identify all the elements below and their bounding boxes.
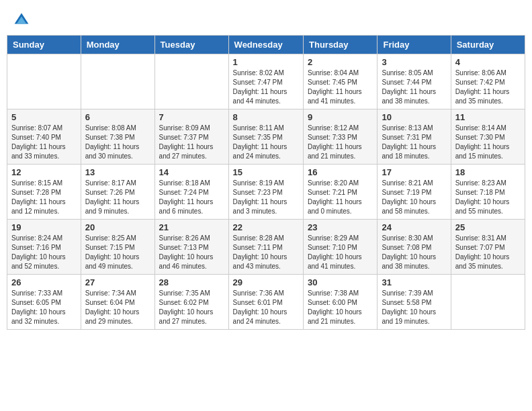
calendar-cell: 9Sunrise: 8:12 AM Sunset: 7:33 PM Daylig…	[304, 109, 378, 165]
day-info: Sunrise: 8:25 AM Sunset: 7:15 PM Dayligh…	[85, 234, 150, 271]
calendar-cell: 5Sunrise: 8:07 AM Sunset: 7:40 PM Daylig…	[7, 109, 81, 165]
day-number: 16	[308, 167, 373, 177]
day-info: Sunrise: 8:18 AM Sunset: 7:24 PM Dayligh…	[159, 179, 224, 216]
day-info: Sunrise: 8:11 AM Sunset: 7:35 PM Dayligh…	[233, 124, 299, 161]
day-info: Sunrise: 7:35 AM Sunset: 6:02 PM Dayligh…	[159, 289, 224, 326]
calendar-cell: 4Sunrise: 8:06 AM Sunset: 7:42 PM Daylig…	[451, 54, 525, 109]
weekday-header: Friday	[378, 36, 451, 54]
day-info: Sunrise: 8:31 AM Sunset: 7:07 PM Dayligh…	[455, 234, 521, 271]
day-info: Sunrise: 8:15 AM Sunset: 7:28 PM Dayligh…	[11, 179, 77, 216]
day-number: 19	[11, 222, 77, 232]
day-number: 8	[233, 112, 299, 122]
weekday-header: Tuesday	[154, 36, 228, 54]
day-info: Sunrise: 7:34 AM Sunset: 6:04 PM Dayligh…	[85, 289, 150, 326]
day-number: 26	[11, 277, 77, 287]
calendar-cell: 22Sunrise: 8:28 AM Sunset: 7:11 PM Dayli…	[228, 220, 303, 275]
calendar-cell: 26Sunrise: 7:33 AM Sunset: 6:05 PM Dayli…	[7, 275, 81, 330]
day-number: 18	[455, 167, 521, 177]
calendar-cell: 13Sunrise: 8:17 AM Sunset: 7:26 PM Dayli…	[81, 165, 154, 220]
day-number: 22	[233, 222, 299, 232]
weekday-header-row: SundayMondayTuesdayWednesdayThursdayFrid…	[7, 36, 525, 54]
calendar-cell	[154, 54, 228, 109]
day-info: Sunrise: 8:23 AM Sunset: 7:18 PM Dayligh…	[455, 179, 521, 216]
calendar-cell: 1Sunrise: 8:02 AM Sunset: 7:47 PM Daylig…	[228, 54, 303, 109]
day-info: Sunrise: 8:05 AM Sunset: 7:44 PM Dayligh…	[382, 68, 446, 106]
day-number: 6	[85, 112, 150, 122]
day-info: Sunrise: 8:09 AM Sunset: 7:37 PM Dayligh…	[159, 124, 224, 161]
calendar-cell: 17Sunrise: 8:21 AM Sunset: 7:19 PM Dayli…	[378, 165, 451, 220]
day-info: Sunrise: 8:04 AM Sunset: 7:45 PM Dayligh…	[308, 68, 373, 106]
day-info: Sunrise: 8:29 AM Sunset: 7:10 PM Dayligh…	[308, 234, 373, 271]
day-number: 30	[308, 277, 373, 287]
calendar-cell: 16Sunrise: 8:20 AM Sunset: 7:21 PM Dayli…	[304, 165, 378, 220]
day-info: Sunrise: 8:21 AM Sunset: 7:19 PM Dayligh…	[382, 179, 446, 216]
day-info: Sunrise: 7:38 AM Sunset: 6:00 PM Dayligh…	[308, 289, 373, 326]
day-number: 4	[455, 57, 521, 67]
day-number: 14	[159, 167, 224, 177]
day-info: Sunrise: 8:07 AM Sunset: 7:40 PM Dayligh…	[11, 124, 77, 161]
weekday-header: Monday	[81, 36, 154, 54]
day-info: Sunrise: 8:06 AM Sunset: 7:42 PM Dayligh…	[455, 68, 521, 106]
day-number: 29	[233, 277, 299, 287]
calendar-cell: 18Sunrise: 8:23 AM Sunset: 7:18 PM Dayli…	[451, 165, 525, 220]
calendar-cell: 24Sunrise: 8:30 AM Sunset: 7:08 PM Dayli…	[378, 220, 451, 275]
day-info: Sunrise: 8:20 AM Sunset: 7:21 PM Dayligh…	[308, 179, 373, 216]
calendar-cell: 10Sunrise: 8:13 AM Sunset: 7:31 PM Dayli…	[378, 109, 451, 165]
calendar-cell: 19Sunrise: 8:24 AM Sunset: 7:16 PM Dayli…	[7, 220, 81, 275]
day-info: Sunrise: 8:26 AM Sunset: 7:13 PM Dayligh…	[159, 234, 224, 271]
day-number: 28	[159, 277, 224, 287]
calendar-cell: 11Sunrise: 8:14 AM Sunset: 7:30 PM Dayli…	[451, 109, 525, 165]
day-info: Sunrise: 8:12 AM Sunset: 7:33 PM Dayligh…	[308, 124, 373, 161]
day-number: 11	[455, 112, 521, 122]
calendar-cell: 30Sunrise: 7:38 AM Sunset: 6:00 PM Dayli…	[304, 275, 378, 330]
weekday-header: Thursday	[304, 36, 378, 54]
calendar-cell: 23Sunrise: 8:29 AM Sunset: 7:10 PM Dayli…	[304, 220, 378, 275]
day-number: 20	[85, 222, 150, 232]
calendar-cell	[7, 54, 81, 109]
calendar-cell	[81, 54, 154, 109]
day-number: 24	[382, 222, 446, 232]
calendar-cell: 25Sunrise: 8:31 AM Sunset: 7:07 PM Dayli…	[451, 220, 525, 275]
day-number: 15	[233, 167, 299, 177]
calendar-cell: 21Sunrise: 8:26 AM Sunset: 7:13 PM Dayli…	[154, 220, 228, 275]
day-info: Sunrise: 8:14 AM Sunset: 7:30 PM Dayligh…	[455, 124, 521, 161]
calendar: SundayMondayTuesdayWednesdayThursdayFrid…	[7, 35, 525, 330]
day-number: 10	[382, 112, 446, 122]
day-number: 7	[159, 112, 224, 122]
calendar-cell: 15Sunrise: 8:19 AM Sunset: 7:23 PM Dayli…	[228, 165, 303, 220]
day-number: 17	[382, 167, 446, 177]
logo-icon	[13, 12, 30, 28]
day-info: Sunrise: 8:28 AM Sunset: 7:11 PM Dayligh…	[233, 234, 299, 271]
calendar-week-row: 5Sunrise: 8:07 AM Sunset: 7:40 PM Daylig…	[7, 109, 525, 165]
day-number: 2	[308, 57, 373, 67]
calendar-cell	[451, 275, 525, 330]
day-info: Sunrise: 8:19 AM Sunset: 7:23 PM Dayligh…	[233, 179, 299, 216]
day-info: Sunrise: 7:39 AM Sunset: 5:58 PM Dayligh…	[382, 289, 446, 326]
calendar-cell: 31Sunrise: 7:39 AM Sunset: 5:58 PM Dayli…	[378, 275, 451, 330]
day-number: 1	[233, 57, 299, 67]
calendar-week-row: 12Sunrise: 8:15 AM Sunset: 7:28 PM Dayli…	[7, 165, 525, 220]
day-number: 25	[455, 222, 521, 232]
day-info: Sunrise: 8:08 AM Sunset: 7:38 PM Dayligh…	[85, 124, 150, 161]
calendar-cell: 7Sunrise: 8:09 AM Sunset: 7:37 PM Daylig…	[154, 109, 228, 165]
calendar-week-row: 1Sunrise: 8:02 AM Sunset: 7:47 PM Daylig…	[7, 54, 525, 109]
day-number: 23	[308, 222, 373, 232]
calendar-cell: 3Sunrise: 8:05 AM Sunset: 7:44 PM Daylig…	[378, 54, 451, 109]
calendar-cell: 12Sunrise: 8:15 AM Sunset: 7:28 PM Dayli…	[7, 165, 81, 220]
calendar-cell: 27Sunrise: 7:34 AM Sunset: 6:04 PM Dayli…	[81, 275, 154, 330]
day-number: 27	[85, 277, 150, 287]
day-number: 12	[11, 167, 77, 177]
calendar-week-row: 26Sunrise: 7:33 AM Sunset: 6:05 PM Dayli…	[7, 275, 525, 330]
day-number: 21	[159, 222, 224, 232]
day-info: Sunrise: 7:33 AM Sunset: 6:05 PM Dayligh…	[11, 289, 77, 326]
header	[7, 7, 525, 32]
calendar-cell: 28Sunrise: 7:35 AM Sunset: 6:02 PM Dayli…	[154, 275, 228, 330]
calendar-cell: 2Sunrise: 8:04 AM Sunset: 7:45 PM Daylig…	[304, 54, 378, 109]
day-info: Sunrise: 8:30 AM Sunset: 7:08 PM Dayligh…	[382, 234, 446, 271]
calendar-cell: 8Sunrise: 8:11 AM Sunset: 7:35 PM Daylig…	[228, 109, 303, 165]
day-number: 13	[85, 167, 150, 177]
day-number: 3	[382, 57, 446, 67]
day-info: Sunrise: 8:17 AM Sunset: 7:26 PM Dayligh…	[85, 179, 150, 216]
day-info: Sunrise: 8:13 AM Sunset: 7:31 PM Dayligh…	[382, 124, 446, 161]
calendar-cell: 20Sunrise: 8:25 AM Sunset: 7:15 PM Dayli…	[81, 220, 154, 275]
